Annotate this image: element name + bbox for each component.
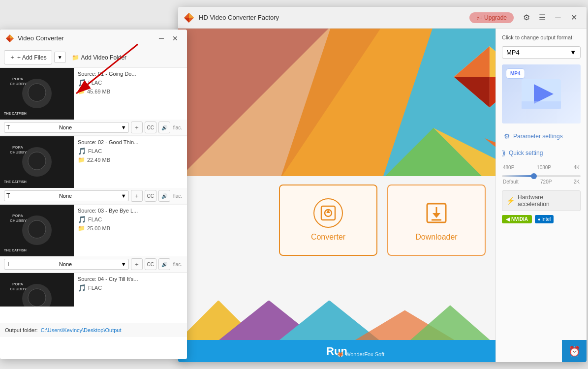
inner-titlebar: Video Converter ─ ✕ [0, 30, 187, 47]
dropdown-arrow-icon: ▼ [570, 49, 576, 56]
quality-720p: 720P [540, 179, 552, 184]
converter-label: Converter [311, 233, 345, 242]
hardware-acceleration-button[interactable]: ⚡ Hardware acceleration [502, 190, 581, 211]
format-select-t-icon: T [6, 124, 10, 131]
param-settings-label: Parameter settings [513, 133, 563, 140]
menu-button[interactable]: ☰ [535, 11, 549, 25]
format-icon: 🎵 [78, 147, 86, 155]
nvidia-intel-row: ◀ NVIDIA ● Intel [502, 215, 581, 223]
list-item: POPA CHUBBY THE CATFISH Source: 02 - Goo… [0, 136, 187, 205]
add-video-folder-button[interactable]: 📁 Add Video Folder [68, 52, 131, 63]
format-icon: 🎵 [78, 215, 86, 223]
caption-button[interactable]: CC [145, 122, 156, 133]
close-button[interactable]: ✕ [567, 11, 581, 25]
format-preview: MP4 [502, 64, 581, 123]
format-select-arrow: ▼ [121, 193, 126, 199]
svg-point-28 [28, 289, 46, 307]
settings-button[interactable]: ⚙ [520, 11, 533, 25]
upgrade-button[interactable]: 🏷 Upgrade [469, 12, 514, 23]
file-source: Source: 03 - Bye Bye L... [78, 208, 183, 214]
file-info: Source: 03 - Bye Bye L... 🎵 FLAC 📁 25.00… [74, 205, 187, 256]
inner-close-button[interactable]: ✕ [168, 31, 182, 45]
converter-icon [313, 198, 343, 228]
intel-label: Intel [541, 216, 551, 222]
caption-button[interactable]: CC [145, 190, 156, 202]
nvidia-icon: ◀ [506, 216, 510, 222]
add-output-button[interactable]: ＋ [131, 122, 143, 133]
upgrade-label: Upgrade [484, 14, 507, 21]
add-files-button[interactable]: ＋ + Add Files [4, 50, 52, 64]
quick-setting-text: Quick setting [509, 150, 543, 156]
flac-tag: flac. [172, 193, 183, 199]
format-dropdown[interactable]: MP4 ▼ [502, 46, 581, 59]
list-item: POPA CHUBBY THE CATFISH Source: 03 - Bye… [0, 205, 187, 273]
svg-rect-60 [522, 101, 561, 109]
output-format-select[interactable]: T None ▼ [4, 122, 129, 133]
quality-1080p: 1080P [537, 165, 551, 170]
file-size: 45.69 MB [87, 89, 110, 94]
file-thumbnail: POPA CHUBBY THE CATFISH [0, 273, 74, 307]
hw-accel-icon: ⚡ [506, 197, 515, 205]
run-button[interactable]: Run [178, 340, 495, 362]
file-size: 22.49 MB [87, 157, 110, 163]
add-output-button[interactable]: ＋ [131, 258, 143, 270]
audio-button[interactable]: 🔊 [158, 122, 170, 133]
intel-icon: ● [538, 217, 540, 222]
inner-window: Video Converter ─ ✕ ＋ + Add Files ▼ 📁 Ad… [0, 30, 187, 359]
flac-tag: flac. [172, 125, 183, 130]
svg-text:CHUBBY: CHUBBY [10, 218, 27, 223]
downloader-icon [422, 198, 451, 228]
file-thumbnail: POPA CHUBBY THE CATFISH [0, 68, 74, 120]
caption-button[interactable]: CC [145, 258, 156, 270]
svg-text:CHUBBY: CHUBBY [10, 82, 27, 86]
svg-marker-2 [6, 38, 10, 42]
minimize-button[interactable]: ─ [551, 11, 565, 25]
flac-tag: flac. [172, 262, 183, 267]
size-icon: 📁 [78, 156, 85, 163]
file-info: Source: 01 - Going Do... 🎵 FLAC 📁 45.69 … [74, 68, 187, 120]
outer-titlebar: HD Video Converter Factory 🏷 Upgrade ⚙ ☰… [178, 7, 587, 29]
svg-point-10 [28, 84, 46, 101]
svg-text:CHUBBY: CHUBBY [10, 150, 27, 154]
format-select-t-icon: T [6, 261, 10, 268]
file-source: Source: 02 - Good Thin... [78, 139, 183, 145]
run-label: Run [326, 345, 347, 358]
format-icon: 🎵 [78, 79, 86, 87]
alarm-icon: ⏰ [568, 345, 581, 357]
output-format-value: None [59, 193, 72, 199]
param-settings-icon: ⚙ [504, 132, 510, 140]
add-files-dropdown-button[interactable]: ▼ [54, 52, 66, 63]
quality-slider[interactable] [502, 175, 581, 177]
svg-marker-31 [184, 18, 189, 23]
audio-button[interactable]: 🔊 [158, 190, 170, 202]
outer-app-icon [183, 12, 195, 24]
inner-window-title: Video Converter [18, 34, 155, 42]
output-format-select[interactable]: T None ▼ [4, 259, 129, 270]
alarm-button[interactable]: ⏰ [562, 340, 587, 362]
format-name: MP4 [506, 49, 520, 56]
file-format: FLAC [88, 216, 102, 222]
inner-minimize-button[interactable]: ─ [155, 31, 168, 45]
downloader-card[interactable]: Downloader [387, 184, 486, 256]
file-format: FLAC [88, 285, 102, 291]
audio-button[interactable]: 🔊 [158, 258, 170, 270]
outer-window-title: HD Video Converter Factory [199, 14, 469, 21]
svg-marker-30 [189, 13, 194, 18]
svg-marker-1 [10, 34, 14, 38]
svg-marker-51 [433, 213, 440, 218]
file-info: Source: 02 - Good Thin... 🎵 FLAC 📁 22.49… [74, 136, 187, 188]
output-format-select[interactable]: T None ▼ [4, 190, 129, 201]
output-format-value: None [59, 124, 72, 130]
svg-text:CHUBBY: CHUBBY [10, 287, 27, 291]
outer-window: HD Video Converter Factory 🏷 Upgrade ⚙ ☰… [178, 7, 587, 362]
add-output-button[interactable]: ＋ [131, 190, 143, 202]
quality-labels-top: 480P 1080P 4K [502, 165, 581, 170]
hw-accel-label: Hardware acceleration [518, 194, 576, 208]
bottom-decoration [178, 301, 495, 340]
svg-text:THE CATFISH: THE CATFISH [4, 180, 27, 184]
converter-card[interactable]: Converter [279, 184, 377, 256]
parameter-settings-button[interactable]: ⚙ Parameter settings [502, 129, 581, 143]
intel-badge: ● Intel [535, 215, 554, 223]
format-select-arrow: ▼ [121, 124, 126, 130]
svg-text:THE CATFISH: THE CATFISH [4, 248, 27, 252]
